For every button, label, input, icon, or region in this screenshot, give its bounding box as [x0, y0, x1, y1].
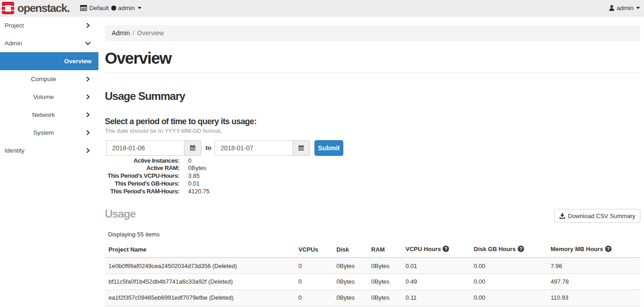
svg-text:?: ?: [519, 246, 522, 252]
svg-text:?: ?: [444, 246, 448, 252]
svg-text:?: ?: [606, 246, 610, 252]
